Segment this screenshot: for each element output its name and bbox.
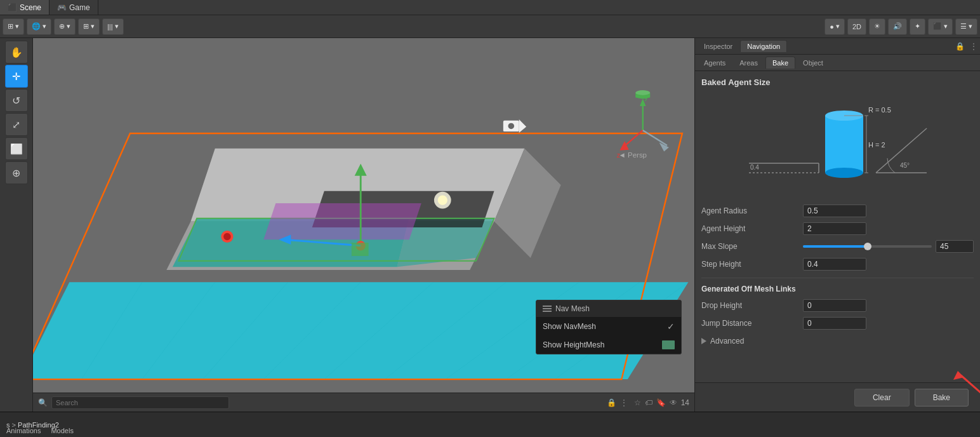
dropdown-arrow7: ▾ xyxy=(944,22,948,30)
2d-btn[interactable]: 2D xyxy=(847,18,866,35)
max-slope-input[interactable] xyxy=(936,240,974,253)
svg-text:◄ Persp: ◄ Persp xyxy=(619,151,647,159)
navmesh-popup: Nav Mesh Show NavMesh ✓ Show HeightMesh xyxy=(536,300,682,354)
navmesh-title: Nav Mesh xyxy=(536,300,681,317)
transform-all-tool[interactable]: ⊕ xyxy=(5,161,28,184)
dropdown-arrow2: ▾ xyxy=(43,22,46,30)
baked-agent-diagram: 45° 0.4 R = 0.5 H = 2 xyxy=(701,93,974,195)
agent-radius-input[interactable] xyxy=(803,205,866,217)
rect-tool[interactable]: ⬜ xyxy=(5,137,28,160)
baked-agent-size-title: Baked Agent Size xyxy=(701,77,974,87)
svg-text:45°: 45° xyxy=(900,162,910,169)
search-input[interactable] xyxy=(51,396,229,409)
navigation-tab-label: Navigation xyxy=(747,43,780,50)
light-icon: ☀ xyxy=(874,22,880,30)
show-heightmesh-label: Show HeightMesh xyxy=(543,340,604,349)
dropdown-arrow4: ▾ xyxy=(91,22,95,30)
light-btn[interactable]: ☀ xyxy=(869,18,885,35)
scene-canvas[interactable]: y z ◄ Persp xyxy=(33,38,694,393)
tag-icon: 🔖 xyxy=(656,398,666,407)
layers-btn[interactable]: ☰ ▾ xyxy=(955,18,977,35)
advanced-row[interactable]: Advanced xyxy=(701,334,974,348)
folder-animations: Animations xyxy=(6,427,41,434)
navmesh-show-navmesh[interactable]: Show NavMesh ✓ xyxy=(536,317,681,336)
display-btn[interactable]: ⬛ ▾ xyxy=(928,18,953,35)
step-height-input[interactable] xyxy=(803,258,866,271)
diagram-svg: 45° 0.4 R = 0.5 H = 2 xyxy=(743,97,933,192)
dropdown-arrow8: ▾ xyxy=(969,22,972,30)
lock-icon: 🔒 xyxy=(607,398,616,407)
layout-btn[interactable]: ⊕ ▾ xyxy=(54,18,76,35)
max-slope-slider-container xyxy=(803,240,974,253)
generated-links-title: Generated Off Mesh Links xyxy=(701,285,974,293)
inspector-tab-label: Inspector xyxy=(704,43,732,50)
diagram-container: 45° 0.4 R = 0.5 H = 2 xyxy=(743,97,933,192)
layers-count-icon: 👁 xyxy=(670,398,677,407)
rotate-tool[interactable]: ↺ xyxy=(5,89,28,112)
navmesh-title-label: Nav Mesh xyxy=(555,304,590,313)
navmesh-checkmark: ✓ xyxy=(667,321,675,332)
jump-distance-row: Jump Distance xyxy=(701,316,974,330)
navmesh-bars-icon xyxy=(543,306,552,312)
favorite-icon: ☆ xyxy=(634,398,641,407)
layers-icon: ☰ xyxy=(960,22,967,30)
clear-button[interactable]: Clear xyxy=(854,389,910,407)
drop-height-input[interactable] xyxy=(803,299,866,312)
agent-height-input[interactable] xyxy=(803,222,866,235)
tab-game[interactable]: 🎮 Game xyxy=(50,0,98,15)
top-tab-bar: ⬛ Scene 🎮 Game xyxy=(0,0,980,15)
fx-btn[interactable]: ✦ xyxy=(910,18,925,35)
game-tab-label: Game xyxy=(69,3,90,12)
tab-bake[interactable]: Bake xyxy=(765,57,795,69)
transform-tool-btn[interactable]: ⊞ ▾ xyxy=(3,18,24,35)
main-area: ✋ ✛ ↺ ⤢ ⬜ ⊕ xyxy=(0,38,980,412)
svg-point-30 xyxy=(438,195,447,205)
search-icon: 🔍 xyxy=(38,398,48,407)
bake-tab-label: Bake xyxy=(772,59,788,67)
show-navmesh-label: Show NavMesh xyxy=(543,322,596,331)
max-slope-slider[interactable] xyxy=(803,245,932,248)
tab-scene[interactable]: ⬛ Scene xyxy=(0,0,50,15)
right-panel: Inspector Navigation 🔒 ⋮ Agents Areas Ba… xyxy=(694,38,980,412)
scale-tool[interactable]: ⤢ xyxy=(5,113,28,136)
jump-distance-input[interactable] xyxy=(803,317,866,330)
game-icon: 🎮 xyxy=(57,3,67,12)
agent-radius-label: Agent Radius xyxy=(701,206,803,215)
nav-sub-tabs: Agents Areas Bake Object xyxy=(695,55,980,71)
svg-text:H = 2: H = 2 xyxy=(868,141,885,149)
tab-inspector[interactable]: Inspector xyxy=(698,41,739,52)
circle-icon: ● xyxy=(830,23,834,30)
circle-btn[interactable]: ● ▾ xyxy=(824,18,845,35)
audio-btn[interactable]: 🔊 xyxy=(888,18,907,35)
grid-btn[interactable]: ⊞ ▾ xyxy=(78,18,100,35)
tab-object[interactable]: Object xyxy=(797,57,830,69)
navmesh-show-heightmesh[interactable]: Show HeightMesh xyxy=(536,336,681,354)
scene-bottom-bar: 🔍 🔒 ⋮ ☆ 🏷 🔖 👁 14 xyxy=(33,393,694,412)
agent-height-label: Agent Height xyxy=(701,224,803,233)
svg-point-56 xyxy=(825,168,863,178)
max-slope-label: Max Slope xyxy=(701,242,803,251)
agents-tab-label: Agents xyxy=(704,59,725,67)
agent-height-row: Agent Height xyxy=(701,222,974,236)
globe-icon: 🌐 xyxy=(32,22,41,30)
panel-content: Baked Agent Size xyxy=(695,71,980,382)
display-icon: ⬛ xyxy=(933,22,942,30)
move-tool[interactable]: ✛ xyxy=(5,65,28,88)
main-toolbar: ⊞ ▾ 🌐 ▾ ⊕ ▾ ⊞ ▾ ||| ▾ ● ▾ 2D ☀ 🔊 ✦ ⬛ ▾ ☰… xyxy=(0,15,980,38)
step-height-label: Step Height xyxy=(701,260,803,269)
svg-point-33 xyxy=(508,123,515,130)
layout-icon: ⊕ xyxy=(59,22,65,30)
left-toolbox: ✋ ✛ ↺ ⤢ ⬜ ⊕ xyxy=(0,38,33,412)
dropdown-arrow3: ▾ xyxy=(67,22,70,30)
hand-tool[interactable]: ✋ xyxy=(5,41,28,64)
scale-icon: ⤢ xyxy=(12,119,20,131)
move-icon: ✛ xyxy=(12,71,20,83)
folder-models: Models xyxy=(51,427,73,434)
snap-btn[interactable]: ||| ▾ xyxy=(102,18,124,35)
svg-point-44 xyxy=(635,90,650,95)
drop-height-row: Drop Height xyxy=(701,299,974,313)
tab-agents[interactable]: Agents xyxy=(698,57,732,69)
tab-navigation[interactable]: Navigation xyxy=(740,40,787,52)
globe-btn[interactable]: 🌐 ▾ xyxy=(27,18,51,35)
tab-areas[interactable]: Areas xyxy=(733,57,764,69)
